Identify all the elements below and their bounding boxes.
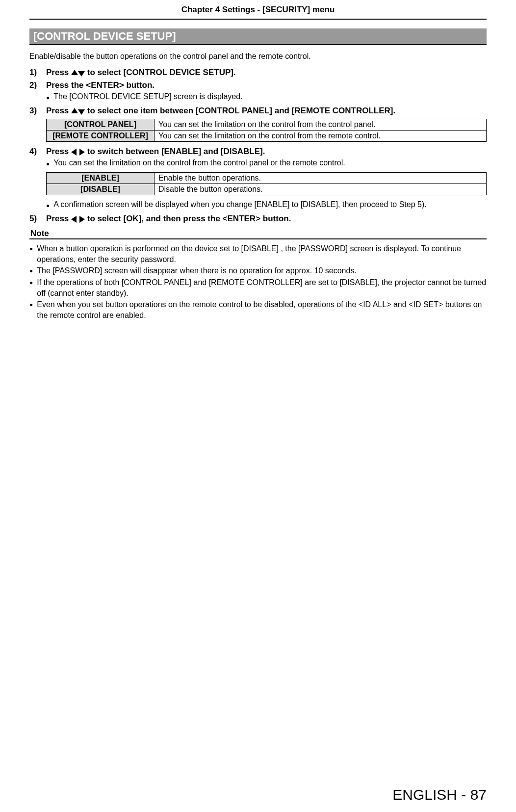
step-4: 4) Press to switch between [ENABLE] and …: [29, 147, 487, 169]
note-4: ● Even when you set button operations on…: [29, 299, 487, 320]
step-1: 1) Press to select [CONTROL DEVICE SETUP…: [29, 68, 487, 78]
step-2-text: Press the <ENTER> button.: [46, 80, 487, 90]
step-4-sub2: ● A confirmation screen will be displaye…: [46, 200, 487, 211]
table-desc-cell: Disable the button operations.: [155, 184, 487, 195]
step-2-num: 2): [29, 80, 46, 90]
table-enable-disable: [ENABLE] Enable the button operations. […: [46, 172, 487, 195]
table-desc-cell: You can set the limitation on the contro…: [155, 131, 487, 142]
bullet-icon: ●: [46, 158, 50, 169]
note-2-text: The [PASSWORD] screen will disappear whe…: [37, 265, 487, 276]
step-3-text: Press to select one item between [CONTRO…: [46, 106, 487, 116]
step-4-prefix: Press: [46, 147, 71, 156]
table-desc-cell: Enable the button operations.: [155, 173, 487, 184]
note-4-text: Even when you set button operations on t…: [37, 299, 487, 320]
step-4-num: 4): [29, 147, 46, 157]
step-3-num: 3): [29, 106, 46, 116]
up-down-arrow-icon: [71, 108, 85, 115]
table-label-cell: [ENABLE]: [47, 173, 155, 184]
step-5: 5) Press to select [OK], and then press …: [29, 214, 487, 224]
step-5-text: Press to select [OK], and then press the…: [46, 214, 487, 224]
bullet-icon: ●: [46, 92, 50, 103]
table-row: [ENABLE] Enable the button operations.: [47, 173, 487, 184]
note-1-text: When a button operation is performed on …: [37, 243, 487, 264]
step-4-sub2-text: A confirmation screen will be displayed …: [53, 200, 426, 209]
step-2: 2) Press the <ENTER> button. ● The [CONT…: [29, 80, 487, 103]
svg-marker-4: [71, 149, 77, 156]
step-3: 3) Press to select one item between [CON…: [29, 106, 487, 116]
footer-lang: ENGLISH -: [392, 786, 470, 803]
svg-marker-0: [71, 70, 78, 75]
bullet-icon: ●: [29, 265, 33, 276]
chapter-header: Chapter 4 Settings - [SECURITY] menu: [29, 0, 487, 20]
intro-text: Enable/disable the button operations on …: [29, 52, 487, 61]
svg-marker-6: [71, 216, 77, 223]
table-desc-cell: You can set the limitation on the contro…: [155, 119, 487, 131]
step-1-prefix: Press: [46, 68, 71, 77]
step-1-suffix: to select [CONTROL DEVICE SETUP].: [85, 68, 236, 77]
note-3-text: If the operations of both [CONTROL PANEL…: [37, 277, 487, 298]
bullet-icon: ●: [29, 277, 33, 288]
bullet-icon: ●: [29, 243, 33, 254]
note-1: ● When a button operation is performed o…: [29, 243, 487, 264]
note-2: ● The [PASSWORD] screen will disappear w…: [29, 265, 487, 276]
table-row: [DISABLE] Disable the button operations.: [47, 184, 487, 195]
step-3-prefix: Press: [46, 106, 71, 115]
step-5-suffix: to select [OK], and then press the <ENTE…: [85, 214, 291, 223]
step-2-sub: ● The [CONTROL DEVICE SETUP] screen is d…: [46, 92, 487, 103]
footer-page: 87: [470, 786, 487, 803]
svg-marker-2: [71, 108, 78, 113]
step-4-sub1: ● You can set the limitation on the cont…: [46, 158, 487, 169]
note-3: ● If the operations of both [CONTROL PAN…: [29, 277, 487, 298]
left-right-arrow-icon: [71, 149, 85, 156]
step-5-prefix: Press: [46, 214, 71, 223]
content-area: [CONTROL DEVICE SETUP] Enable/disable th…: [0, 20, 516, 321]
section-title: [CONTROL DEVICE SETUP]: [29, 28, 487, 45]
table-label-cell: [CONTROL PANEL]: [47, 119, 155, 131]
step-1-num: 1): [29, 68, 46, 78]
svg-marker-3: [78, 109, 85, 115]
bullet-icon: ●: [46, 200, 50, 211]
step-4-sub1-text: You can set the limitation on the contro…: [53, 158, 345, 167]
step-1-text: Press to select [CONTROL DEVICE SETUP].: [46, 68, 487, 78]
step-2-sub-text: The [CONTROL DEVICE SETUP] screen is dis…: [53, 92, 242, 101]
svg-marker-5: [79, 149, 85, 156]
svg-marker-7: [79, 216, 85, 223]
step-4-suffix: to switch between [ENABLE] and [DISABLE]…: [85, 147, 265, 156]
svg-marker-1: [78, 71, 85, 77]
left-right-arrow-icon: [71, 216, 85, 223]
table-control-options: [CONTROL PANEL] You can set the limitati…: [46, 119, 487, 142]
table-row: [REMOTE CONTROLLER] You can set the limi…: [47, 131, 487, 142]
step-5-num: 5): [29, 214, 46, 224]
table-label-cell: [DISABLE]: [47, 184, 155, 195]
note-heading: Note: [29, 229, 487, 239]
step-4-text: Press to switch between [ENABLE] and [DI…: [46, 147, 487, 157]
table-label-cell: [REMOTE CONTROLLER]: [47, 131, 155, 142]
table-row: [CONTROL PANEL] You can set the limitati…: [47, 119, 487, 131]
up-down-arrow-icon: [71, 70, 85, 77]
page-footer: ENGLISH - 87: [392, 786, 487, 803]
step-3-suffix: to select one item between [CONTROL PANE…: [85, 106, 395, 115]
bullet-icon: ●: [29, 299, 33, 310]
